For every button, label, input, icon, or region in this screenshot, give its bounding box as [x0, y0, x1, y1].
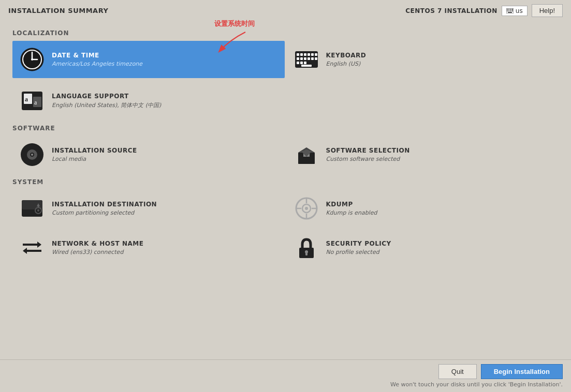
annotation: 设置系统时间 — [214, 19, 256, 55]
bottom-buttons: Quit Begin Installation — [8, 364, 563, 379]
network-icon — [20, 235, 45, 260]
annotation-text: 设置系统时间 — [214, 19, 255, 28]
svg-rect-2 — [508, 9, 509, 10]
localization-grid: DATE & TIME Americas/Los Angeles timezon… — [12, 41, 559, 78]
kdump-text: KDUMP Kdump is enabled — [326, 201, 553, 216]
item-network-hostname[interactable]: NETWORK & HOST NAME Wired (ens33) connec… — [12, 229, 285, 266]
begin-installation-button[interactable]: Begin Installation — [481, 364, 563, 379]
svg-rect-31 — [304, 62, 306, 64]
svg-point-41 — [31, 154, 33, 156]
date-time-icon-box — [19, 46, 46, 73]
clock-icon — [20, 47, 45, 72]
installation-destination-text: INSTALLATION DESTINATION Custom partitio… — [52, 201, 279, 216]
language-icon-box: a a — [19, 87, 46, 114]
svg-rect-5 — [507, 10, 508, 11]
svg-rect-21 — [311, 53, 314, 56]
keyboard-lang: us — [516, 7, 523, 14]
security-policy-title: SECURITY POLICY — [326, 240, 553, 247]
item-keyboard[interactable]: KEYBOARD English (US) — [287, 41, 559, 78]
software-selection-text: SOFTWARE SELECTION Custom software selec… — [326, 147, 553, 162]
item-installation-source[interactable]: INSTALLATION SOURCE Local media — [12, 136, 285, 173]
security-policy-subtitle: No profile selected — [326, 249, 553, 255]
item-installation-destination[interactable]: INSTALLATION DESTINATION Custom partitio… — [12, 190, 285, 227]
svg-rect-28 — [315, 57, 317, 60]
keyboard-icon-box — [293, 46, 320, 73]
svg-rect-8 — [511, 10, 513, 11]
software-selection-icon-box — [293, 141, 320, 168]
svg-rect-27 — [311, 57, 314, 60]
installation-destination-subtitle: Custom partitioning selected — [52, 209, 279, 216]
svg-point-15 — [31, 58, 33, 61]
svg-marker-62 — [23, 248, 27, 254]
software-selection-title: SOFTWARE SELECTION — [326, 147, 553, 154]
svg-marker-60 — [37, 242, 41, 248]
svg-rect-4 — [511, 9, 513, 10]
top-bar: INSTALLATION SUMMARY CENTOS 7 INSTALLATI… — [0, 0, 571, 19]
keyboard-small-icon — [506, 8, 514, 13]
annotation-arrow-icon — [214, 29, 256, 55]
item-software-selection[interactable]: SOFTWARE SELECTION Custom software selec… — [287, 136, 559, 173]
page-title: INSTALLATION SUMMARY — [8, 7, 108, 14]
bottom-note: We won't touch your disks until you clic… — [8, 381, 563, 388]
software-selection-subtitle: Custom software selected — [326, 156, 553, 162]
language-support-subtitle: English (United States), 简体中文 (中国) — [52, 101, 279, 109]
svg-rect-30 — [300, 62, 303, 64]
svg-point-49 — [37, 209, 39, 212]
svg-text:a: a — [25, 96, 28, 103]
quit-button[interactable]: Quit — [438, 364, 477, 379]
hdd-icon — [20, 196, 45, 221]
language-support-title: LANGUAGE SUPPORT — [52, 93, 279, 100]
top-bar-right: CENTOS 7 INSTALLATION us Help! — [405, 4, 563, 17]
svg-text:a: a — [34, 99, 37, 106]
svg-rect-23 — [297, 57, 299, 60]
date-time-subtitle: Americas/Los Angeles timezone — [52, 61, 279, 67]
lang-row-placeholder — [287, 82, 559, 119]
item-language-support[interactable]: a a LANGUAGE SUPPORT English (United Sta… — [12, 82, 285, 119]
network-hostname-subtitle: Wired (ens33) connected — [52, 249, 279, 255]
svg-rect-32 — [301, 65, 312, 67]
security-policy-icon-box — [293, 234, 320, 261]
lang-row: a a LANGUAGE SUPPORT English (United Sta… — [12, 82, 559, 119]
svg-rect-24 — [300, 57, 303, 60]
svg-rect-22 — [315, 53, 317, 56]
box-icon — [294, 142, 319, 167]
centos-label: CENTOS 7 INSTALLATION — [405, 7, 497, 14]
security-policy-text: SECURITY POLICY No profile selected — [326, 240, 553, 255]
svg-rect-1 — [507, 9, 508, 10]
svg-rect-3 — [510, 9, 511, 10]
svg-rect-6 — [508, 10, 509, 11]
help-button[interactable]: Help! — [532, 4, 563, 17]
network-hostname-title: NETWORK & HOST NAME — [52, 240, 279, 247]
keyboard-icon — [294, 47, 319, 72]
svg-rect-18 — [300, 53, 303, 56]
kdump-subtitle: Kdump is enabled — [326, 209, 553, 216]
installation-source-text: INSTALLATION SOURCE Local media — [52, 147, 279, 162]
network-icon-box — [19, 234, 46, 261]
keyboard-subtitle: English (US) — [326, 61, 553, 67]
svg-rect-25 — [304, 57, 306, 60]
installation-source-icon-box — [19, 141, 46, 168]
keyboard-badge: us — [502, 6, 528, 16]
installation-destination-title: INSTALLATION DESTINATION — [52, 201, 279, 208]
svg-rect-19 — [304, 53, 306, 56]
disc-icon — [20, 142, 45, 167]
installation-source-subtitle: Local media — [52, 156, 279, 162]
svg-rect-26 — [308, 57, 310, 60]
item-security-policy[interactable]: SECURITY POLICY No profile selected — [287, 229, 559, 266]
svg-rect-9 — [508, 12, 512, 13]
software-grid: INSTALLATION SOURCE Local media SOFTWARE… — [12, 136, 559, 173]
language-icon: a a — [20, 88, 45, 113]
network-hostname-text: NETWORK & HOST NAME Wired (ens33) connec… — [52, 240, 279, 255]
lock-icon — [294, 235, 319, 260]
installation-destination-icon-box — [19, 195, 46, 222]
svg-rect-7 — [510, 10, 511, 11]
item-kdump[interactable]: KDUMP Kdump is enabled — [287, 190, 559, 227]
svg-rect-29 — [297, 62, 299, 64]
bottom-bar: Quit Begin Installation We won't touch y… — [0, 359, 571, 392]
language-support-text: LANGUAGE SUPPORT English (United States)… — [52, 93, 279, 109]
keyboard-title: KEYBOARD — [326, 52, 553, 59]
section-software-header: SOFTWARE — [12, 125, 559, 132]
svg-rect-17 — [297, 53, 299, 56]
system-grid: INSTALLATION DESTINATION Custom partitio… — [12, 190, 559, 266]
main-content: 设置系统时间 LOCALIZATION — [0, 19, 571, 276]
